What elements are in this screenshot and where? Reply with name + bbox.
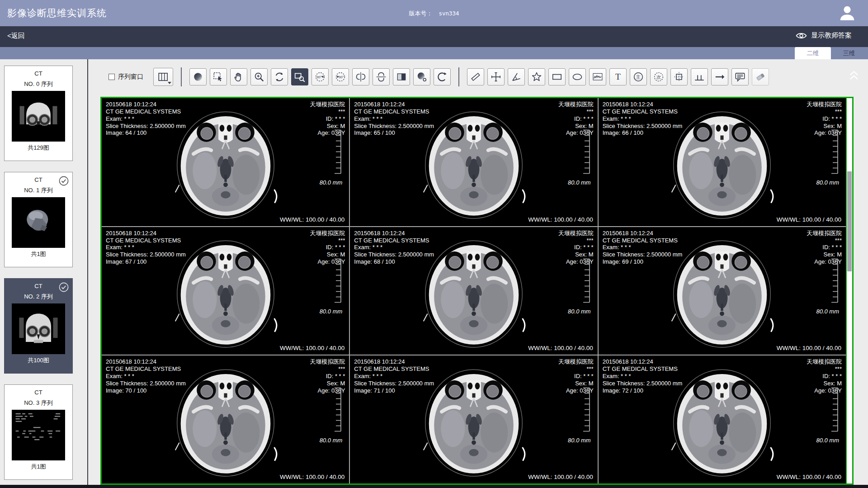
viewer-cell-9[interactable]: 20150618 10:12:24 CT GE MEDICAL SYSTEMS … xyxy=(599,355,846,483)
chevron-up-icon xyxy=(847,69,861,82)
cell-slice-thickness: Slice Thickness: 2.500000 mm xyxy=(106,123,186,130)
tool-reset[interactable] xyxy=(434,68,451,85)
cell-overlay-topleft: 20150618 10:12:24 CT GE MEDICAL SYSTEMS … xyxy=(106,358,186,394)
toolbar-collapse-button[interactable] xyxy=(847,69,863,83)
series-thumbnail xyxy=(12,197,65,248)
view-tools-group xyxy=(189,68,451,85)
cell-slice-thickness: Slice Thickness: 2.500000 mm xyxy=(106,251,186,258)
tool-measure-line[interactable] xyxy=(467,68,484,85)
scale-ruler-icon xyxy=(334,387,342,432)
viewer-cell-4[interactable]: 20150618 10:12:24 CT GE MEDICAL SYSTEMS … xyxy=(102,227,349,355)
cell-exam: Exam: * * * xyxy=(106,373,186,380)
tool-invert[interactable] xyxy=(393,68,410,85)
cell-hospital: 天堰模拟医院 xyxy=(310,230,345,237)
layout-grid-icon xyxy=(157,71,169,83)
series-label: NO. 3 序列 xyxy=(5,399,72,407)
viewer-cell-5[interactable]: 20150618 10:12:24 CT GE MEDICAL SYSTEMS … xyxy=(350,227,597,355)
cell-scale: 80.0 mm xyxy=(320,387,343,443)
cell-slice-thickness: Slice Thickness: 2.500000 mm xyxy=(603,123,683,130)
series-window-checkbox[interactable] xyxy=(108,74,115,80)
tool-baseline[interactable] xyxy=(691,68,708,85)
show-teacher-answer-label: 显示教师答案 xyxy=(811,31,852,40)
cell-hospital: 天堰模拟医院 xyxy=(310,358,345,365)
tool-rotate-free[interactable] xyxy=(271,68,288,85)
tool-roi-grid[interactable] xyxy=(670,68,688,85)
tool-rotate-90-ccw[interactable] xyxy=(311,68,329,85)
tool-window-level[interactable] xyxy=(413,68,430,85)
tab-3d[interactable]: 三维 xyxy=(831,47,867,59)
viewer-cell-8[interactable]: 20150618 10:12:24 CT GE MEDICAL SYSTEMS … xyxy=(350,355,597,483)
cell-exam: Exam: * * * xyxy=(603,373,683,380)
scale-ruler-icon xyxy=(831,258,839,303)
sidebar-item-series-0[interactable]: CT NO. 0 序列 共129图 xyxy=(4,66,73,161)
sidebar-item-series-3[interactable]: CT NO. 3 序列 共1图 xyxy=(4,384,73,480)
cell-patient-id: ID: * * * xyxy=(310,115,345,123)
series-window-toggle[interactable]: 序列窗口 xyxy=(108,73,143,81)
magnifier-icon xyxy=(253,71,265,83)
tab-2d[interactable]: 二维 xyxy=(795,47,831,59)
viewer-cell-1[interactable]: 20150618 10:12:24 CT GE MEDICAL SYSTEMS … xyxy=(102,98,349,226)
viewer-scrollbar-track[interactable] xyxy=(846,98,852,483)
main-area: CT NO. 0 序列 共129图 CT NO. 1 序列 共1图 CT NO.… xyxy=(0,59,868,485)
tool-profile-curve[interactable] xyxy=(589,68,606,85)
tool-marker-primary[interactable] xyxy=(630,68,647,85)
rect-icon xyxy=(551,71,563,83)
scale-label: 80.0 mm xyxy=(816,436,839,443)
viewer-cell-7[interactable]: 20150618 10:12:24 CT GE MEDICAL SYSTEMS … xyxy=(102,355,349,483)
ellipse-icon xyxy=(571,71,583,83)
tool-comment[interactable] xyxy=(731,68,749,85)
cell-patient-id: ID: * * * xyxy=(558,244,594,251)
baseline-icon xyxy=(693,71,705,83)
cell-overlay-topleft: 20150618 10:12:24 CT GE MEDICAL SYSTEMS … xyxy=(603,358,683,394)
show-teacher-answer-button[interactable]: 显示教师答案 xyxy=(796,31,852,40)
tool-ellipse-roi[interactable] xyxy=(569,68,586,85)
tool-flip-horizontal[interactable] xyxy=(352,68,369,85)
cell-overlay-topleft: 20150618 10:12:24 CT GE MEDICAL SYSTEMS … xyxy=(603,101,683,137)
viewer-cell-2[interactable]: 20150618 10:12:24 CT GE MEDICAL SYSTEMS … xyxy=(350,98,597,226)
tool-measure-cross[interactable] xyxy=(487,68,505,85)
top-header: 影像诊断思维实训系统 版本号：svn334 xyxy=(0,0,868,26)
tool-rect-roi[interactable] xyxy=(548,68,566,85)
cell-slice-thickness: Slice Thickness: 2.500000 mm xyxy=(603,251,683,258)
sidebar-item-series-2[interactable]: CT NO. 2 序列 共100图 xyxy=(4,278,73,374)
tool-measure-angle[interactable] xyxy=(508,68,525,85)
viewer-cell-6[interactable]: 20150618 10:12:24 CT GE MEDICAL SYSTEMS … xyxy=(599,227,846,355)
tool-eraser[interactable] xyxy=(752,68,769,85)
sidebar-item-series-1[interactable]: CT NO. 1 序列 共1图 xyxy=(4,172,73,267)
tool-arrow[interactable] xyxy=(711,68,728,85)
tool-rect-select[interactable] xyxy=(210,68,227,85)
tool-marker-secondary[interactable] xyxy=(650,68,667,85)
cell-sex: Sex: M xyxy=(310,380,345,387)
cell-scale: 80.0 mm xyxy=(568,258,591,314)
cell-sex: Sex: M xyxy=(310,251,345,258)
curve-icon xyxy=(592,71,604,83)
back-button[interactable]: <返回 xyxy=(7,32,25,40)
viewer-scrollbar-thumb[interactable] xyxy=(847,171,852,272)
tool-text-annotation[interactable] xyxy=(609,68,627,85)
user-avatar-button[interactable] xyxy=(838,4,856,22)
tool-rotate-90-cw[interactable] xyxy=(332,68,349,85)
cell-slice-thickness: Slice Thickness: 2.500000 mm xyxy=(106,380,186,387)
dropdown-caret-icon xyxy=(168,82,171,84)
tool-zoom-in[interactable] xyxy=(250,68,268,85)
cell-scale: 80.0 mm xyxy=(568,129,591,186)
toolbar-separator xyxy=(181,67,182,86)
series-image-count: 共129图 xyxy=(5,144,72,152)
nav-bar: <返回 显示教师答案 xyxy=(0,26,868,47)
tool-layout-grid[interactable] xyxy=(153,68,173,86)
cell-datetime: 20150618 10:12:24 xyxy=(354,358,434,365)
tool-freehand-roi[interactable] xyxy=(528,68,545,85)
tool-pan[interactable] xyxy=(230,68,247,85)
viewer-cell-3[interactable]: 20150618 10:12:24 CT GE MEDICAL SYSTEMS … xyxy=(599,98,846,226)
boxcross-icon xyxy=(673,71,685,83)
cell-device: CT GE MEDICAL SYSTEMS xyxy=(354,237,434,244)
tool-zoom-region[interactable] xyxy=(291,68,308,85)
scale-label: 80.0 mm xyxy=(568,436,591,443)
cell-patient-id: ID: * * * xyxy=(558,115,594,123)
scale-ruler-icon xyxy=(831,387,839,432)
tool-flip-vertical[interactable] xyxy=(373,68,390,85)
cell-sex: Sex: M xyxy=(807,380,842,387)
series-image-count: 共1图 xyxy=(5,463,72,471)
cell-masked: *** xyxy=(807,237,842,244)
tool-window-sphere[interactable] xyxy=(189,68,207,85)
